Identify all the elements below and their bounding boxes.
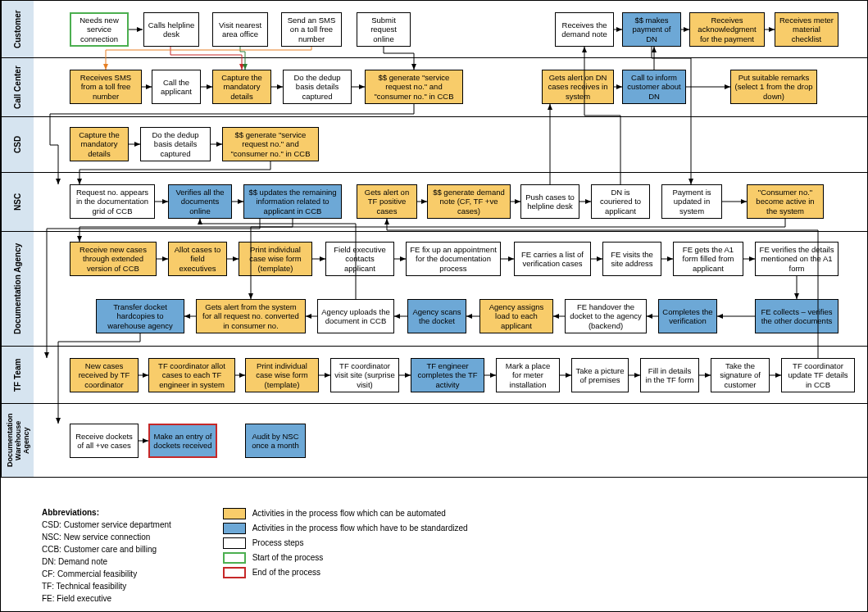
abbr-title: Abbreviations:: [42, 506, 171, 519]
box-cust1: Needs new service connection: [70, 12, 129, 47]
box-da2: Allot cases to field executives: [168, 242, 227, 276]
box-tf9: Take the signature of customer: [711, 358, 770, 392]
box-cust2: Calls helpline desk: [143, 12, 199, 47]
abbreviations: Abbreviations: CSD: Customer service dep…: [42, 506, 171, 605]
lane-label-nsc: NSC: [1, 173, 34, 231]
box-cust3: Visit nearest area office: [212, 12, 268, 47]
box-da14: Agency assigns load to each applicant: [479, 299, 553, 333]
box-da7: FE visits the site address: [602, 242, 661, 276]
abbr-ccb: CCB: Customer care and billing: [42, 543, 171, 555]
lane-label-docagency: Documentation Agency: [1, 232, 34, 346]
box-csd3: $$ generate "service request no." and "c…: [222, 127, 319, 161]
box-da1: Receive new cases through extended versi…: [70, 242, 157, 276]
box-csd1: Capture the mandatory details: [70, 127, 129, 161]
legend-automate: Activities in the process flow which can…: [252, 509, 446, 518]
box-da10: Transfer docket hardcopies to warehouse …: [96, 299, 184, 333]
lane-label-tfteam: TF Team: [1, 347, 34, 403]
box-csd2: Do the dedup basis details captured: [140, 127, 211, 161]
box-nsc9: "Consumer no." become active in the syst…: [747, 184, 824, 219]
box-nsc5: $$ generate demand note (CF, TF +ve case…: [427, 184, 511, 219]
box-cust8: Receives acknowledgment for the payment: [689, 12, 765, 47]
box-cc4: Do the dedup basis details captured: [283, 70, 352, 104]
box-da16: Completes the verification: [658, 299, 717, 333]
box-nsc6: Push cases to helpline desk: [520, 184, 579, 219]
box-cust7: $$ makes payment of DN: [622, 12, 681, 47]
lane-callcenter: Call Center Receives SMS from a toll fre…: [1, 58, 867, 117]
legend-area: Abbreviations: CSD: Customer service dep…: [42, 506, 468, 605]
swimlane-diagram: Customer Needs new service connection Ca…: [0, 0, 868, 612]
box-tf8: Fill in details in the TF form: [640, 358, 699, 392]
box-wh3: Audit by NSC once a month: [245, 424, 306, 458]
abbr-fe: FE: Field executive: [42, 592, 171, 605]
box-nsc3: $$ updates the remaining information rel…: [243, 184, 342, 219]
abbr-nsc: NSC: New service connection: [42, 531, 171, 543]
box-tf7: Take a picture of premises: [571, 358, 629, 392]
lane-nsc: NSC Request no. appears in the documenta…: [1, 173, 867, 232]
lane-label-customer: Customer: [1, 1, 34, 57]
swatch-end: [223, 567, 246, 578]
box-cust6: Receives the demand note: [555, 12, 614, 47]
box-tf1: New cases received by TF coordinator: [70, 358, 139, 392]
box-cc3: Capture the mandatory details: [212, 70, 271, 104]
legend-steps: Process steps: [252, 538, 304, 547]
box-da11: Gets alert from the system for all reque…: [196, 299, 306, 333]
lane-warehouse: Documentation Warehouse Agency Receive d…: [1, 404, 867, 478]
box-da4: Field executive contacts applicant: [325, 242, 394, 276]
abbr-cf: CF: Commercial feasibility: [42, 568, 171, 580]
box-nsc8: Payment is updated in system: [661, 184, 722, 219]
box-da3: Print individual case wise form (templat…: [239, 242, 312, 276]
box-tf2: TF coordinator allot cases to each TF en…: [148, 358, 235, 392]
box-da5: FE fix up an appointment for the documen…: [406, 242, 501, 276]
box-nsc7: DN is couriered to applicant: [591, 184, 650, 219]
box-da15: FE handover the docket to the agency (ba…: [565, 299, 647, 333]
box-tf6: Mark a place for meter installation: [496, 358, 560, 392]
box-cc8: Put suitable remarks (select 1 from the …: [730, 70, 817, 104]
lane-tfteam: TF Team New cases received by TF coordin…: [1, 347, 867, 404]
abbr-csd: CSD: Customer service department: [42, 519, 171, 531]
swatch-standard: [223, 523, 246, 534]
box-nsc1: Request no. appears in the documentation…: [70, 184, 155, 219]
box-tf3: Print individual case wise form (templat…: [245, 358, 319, 392]
swatch-automate: [223, 508, 246, 519]
box-da13: Agency scans the docket: [407, 299, 466, 333]
box-cust4: Send an SMS on a toll free number: [281, 12, 342, 47]
lane-customer: Customer Needs new service connection Ca…: [1, 1, 867, 58]
lane-csd: CSD Capture the mandatory details Do the…: [1, 117, 867, 173]
box-da9: FE verifies the details mentioned on the…: [755, 242, 838, 276]
box-tf10: TF coordinator update TF details in CCB: [781, 358, 855, 392]
box-da6: FE carries a list of verification cases: [514, 242, 591, 276]
box-tf5: TF engineer completes the TF activity: [411, 358, 484, 392]
box-nsc4: Gets alert on TF positive cases: [357, 184, 417, 219]
box-nsc2: Verifies all the documents online: [168, 184, 232, 219]
legend-start: Start of the process: [252, 553, 324, 562]
legend-standard: Activities in the process flow which hav…: [252, 524, 468, 533]
box-cc1: Receives SMS from a toll free number: [70, 70, 142, 104]
box-da17: FE collects – verifies the other documen…: [755, 299, 838, 333]
swatch-steps: [223, 537, 246, 549]
swatch-start: [223, 552, 246, 564]
legend-key: Activities in the process flow which can…: [223, 506, 468, 580]
box-wh1: Receive dockets of all +ve cases: [70, 424, 139, 458]
lane-label-warehouse: Documentation Warehouse Agency: [1, 404, 34, 477]
lane-label-callcenter: Call Center: [1, 58, 34, 116]
box-tf4: TF coordinator visit site (surprise visi…: [330, 358, 399, 392]
lane-docagency: Documentation Agency Receive new cases t…: [1, 232, 867, 347]
box-cc6: Gets alert on DN cases receives in syste…: [542, 70, 614, 104]
box-cc2: Call the applicant: [152, 70, 201, 104]
box-cc7: Call to inform customer about DN: [622, 70, 686, 104]
lane-label-csd: CSD: [1, 117, 34, 172]
box-da12: Agency uploads the document in CCB: [317, 299, 394, 333]
abbr-dn: DN: Demand note: [42, 555, 171, 568]
box-wh2: Make an entry of dockets received: [148, 424, 217, 458]
abbr-tf: TF: Technical feasibility: [42, 580, 171, 592]
legend-end: End of the process: [252, 568, 320, 577]
box-da8: FE gets the A1 form filled from applican…: [673, 242, 743, 276]
box-cust5: Submit request online: [357, 12, 411, 47]
box-cust9: Receives meter material checklist: [775, 12, 838, 47]
box-cc5: $$ generate "service request no." and "c…: [365, 70, 463, 104]
